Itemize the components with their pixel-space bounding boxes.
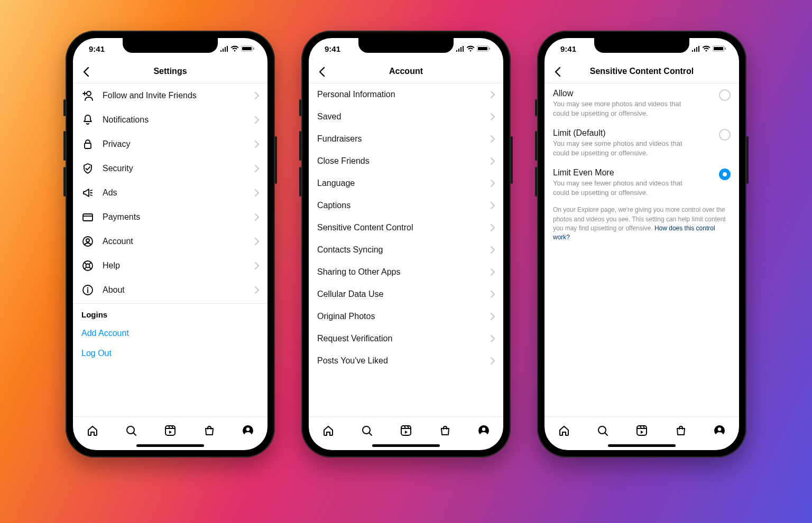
settings-row-label: Account <box>103 237 245 246</box>
footnote: On your Explore page, we're giving you m… <box>545 202 739 246</box>
settings-row-label: About <box>103 285 245 295</box>
tab-home[interactable] <box>85 423 100 438</box>
content-control-option[interactable]: Limit (Default)You may see some photos a… <box>545 123 739 163</box>
signal-icon <box>691 46 700 52</box>
settings-row[interactable]: Help <box>73 254 267 278</box>
settings-list: Follow and Invite FriendsNotificationsPr… <box>73 83 267 416</box>
account-row[interactable]: Personal Information <box>309 83 503 106</box>
tab-shop[interactable] <box>202 423 217 438</box>
add-account-link[interactable]: Add Account <box>73 323 267 343</box>
account-row-label: Posts You've Liked <box>317 356 490 366</box>
settings-row[interactable]: Privacy <box>73 132 267 156</box>
account-row[interactable]: Posts You've Liked <box>309 350 503 372</box>
page-title: Settings <box>153 67 187 76</box>
account-row[interactable]: Saved <box>309 106 503 128</box>
tab-home[interactable] <box>557 423 571 438</box>
bell-icon <box>81 114 94 126</box>
account-row-label: Sharing to Other Apps <box>317 267 490 277</box>
log-out-link[interactable]: Log Out <box>73 343 267 363</box>
tab-search[interactable] <box>124 423 139 438</box>
settings-row[interactable]: About <box>73 278 267 302</box>
chevron-right-icon <box>490 113 495 121</box>
tab-reels[interactable] <box>399 423 413 438</box>
home-indicator <box>136 444 204 447</box>
header: Sensitive Content Control <box>545 59 739 83</box>
settings-row[interactable]: Payments <box>73 205 267 229</box>
phone-mockup-account: 9:41 Account Personal InformationSavedFu… <box>301 31 511 457</box>
tab-reels[interactable] <box>634 423 649 438</box>
reels-icon <box>400 424 412 437</box>
chevron-right-icon <box>490 223 495 232</box>
settings-row[interactable]: Security <box>73 156 267 181</box>
account-row[interactable]: Fundraisers <box>309 128 503 150</box>
tab-reels[interactable] <box>163 423 178 438</box>
account-row-label: Captions <box>317 201 490 210</box>
tab-profile[interactable] <box>712 423 727 438</box>
settings-row[interactable]: Notifications <box>73 108 267 132</box>
account-row-label: Personal Information <box>317 90 490 99</box>
tab-profile[interactable] <box>476 423 491 438</box>
option-subtitle: You may see some photos and videos that … <box>553 139 715 157</box>
account-row-label: Fundraisers <box>317 134 490 144</box>
radio-button[interactable] <box>719 89 731 101</box>
account-row[interactable]: Sensitive Content Control <box>309 217 503 239</box>
back-button[interactable] <box>315 64 330 79</box>
status-time: 9:41 <box>560 44 576 53</box>
account-row[interactable]: Language <box>309 172 503 194</box>
settings-row-label: Payments <box>103 212 245 222</box>
back-button[interactable] <box>79 64 94 79</box>
chevron-right-icon <box>254 116 259 124</box>
tab-profile[interactable] <box>241 423 255 438</box>
wifi-icon <box>466 45 475 52</box>
wifi-icon <box>230 45 239 52</box>
status-time: 9:41 <box>325 44 340 53</box>
settings-row-label: Help <box>103 261 245 270</box>
option-title: Allow <box>553 89 715 98</box>
option-subtitle: You may see more photos and videos that … <box>553 99 715 118</box>
chevron-right-icon <box>254 213 259 221</box>
back-button[interactable] <box>551 64 566 79</box>
tab-search[interactable] <box>359 423 374 438</box>
radio-button[interactable] <box>719 169 731 180</box>
shop-icon <box>203 424 216 437</box>
chevron-right-icon <box>254 189 259 197</box>
sensitive-content-options: AllowYou may see more photos and videos … <box>545 83 739 416</box>
logins-header: Logins <box>73 306 267 323</box>
settings-row[interactable]: Ads <box>73 181 267 205</box>
radio-button[interactable] <box>719 129 731 141</box>
account-row[interactable]: Sharing to Other Apps <box>309 261 503 283</box>
shield-icon <box>81 162 94 175</box>
reels-icon <box>635 424 648 437</box>
chevron-right-icon <box>490 90 495 99</box>
content-control-option[interactable]: Limit Even MoreYou may see fewer photos … <box>545 163 739 202</box>
person-plus-icon <box>81 89 94 102</box>
shop-icon <box>675 424 687 437</box>
battery-icon <box>713 45 726 52</box>
settings-row[interactable]: Account <box>73 229 267 254</box>
reels-icon <box>164 424 177 437</box>
tab-shop[interactable] <box>438 423 453 438</box>
account-row[interactable]: Cellular Data Use <box>309 283 503 305</box>
help-icon <box>81 259 94 272</box>
home-indicator <box>372 444 440 447</box>
settings-row[interactable]: Follow and Invite Friends <box>73 83 267 108</box>
account-row[interactable]: Original Photos <box>309 305 503 328</box>
signal-icon <box>220 46 228 52</box>
option-subtitle: You may see fewer photos and videos that… <box>553 179 715 197</box>
chevron-right-icon <box>490 157 495 165</box>
chevron-right-icon <box>254 164 259 173</box>
chevron-right-icon <box>254 91 259 100</box>
battery-icon <box>241 45 255 52</box>
home-indicator <box>608 444 676 447</box>
account-row[interactable]: Contacts Syncing <box>309 239 503 261</box>
home-icon <box>558 424 570 437</box>
tab-search[interactable] <box>595 423 610 438</box>
account-row[interactable]: Captions <box>309 194 503 217</box>
settings-row-label: Ads <box>103 188 245 198</box>
tab-shop[interactable] <box>673 423 688 438</box>
tab-home[interactable] <box>321 423 336 438</box>
account-row[interactable]: Request Verification <box>309 328 503 350</box>
content-control-option[interactable]: AllowYou may see more photos and videos … <box>545 83 739 123</box>
account-row[interactable]: Close Friends <box>309 150 503 172</box>
wifi-icon <box>702 45 710 52</box>
